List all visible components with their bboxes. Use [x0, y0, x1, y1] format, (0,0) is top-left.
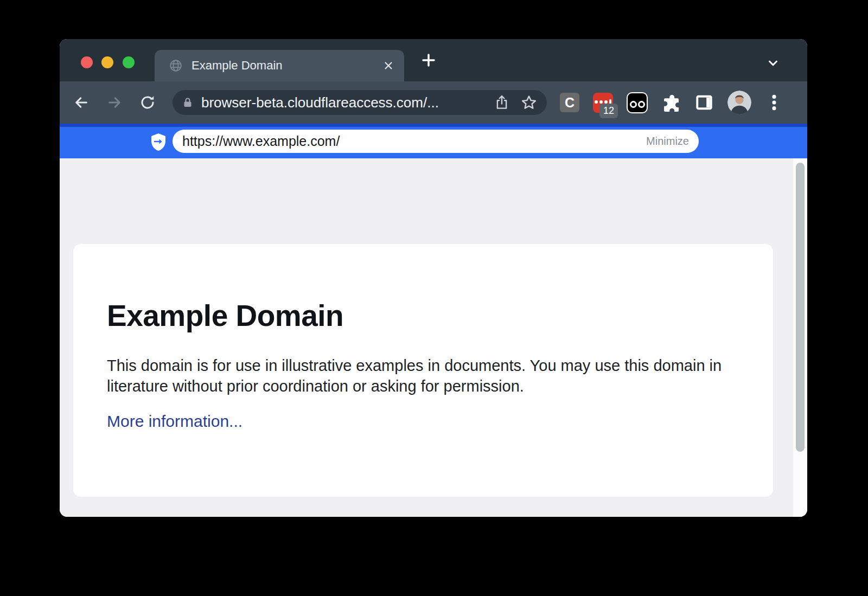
bookmark-star-icon[interactable]	[521, 94, 537, 111]
tab-close-icon[interactable]	[382, 60, 394, 72]
page-viewport: Example Domain This domain is for use in…	[60, 158, 807, 517]
reload-button[interactable]	[136, 91, 159, 114]
side-panel-icon[interactable]	[694, 93, 714, 112]
remote-browser-bar: https://www.example.com/ Minimize	[60, 124, 807, 158]
browser-window: Example Domain	[60, 39, 807, 517]
arrow-left-icon	[73, 94, 90, 111]
goggle-lens	[630, 101, 637, 108]
more-information-link[interactable]: More information...	[107, 412, 242, 431]
macos-minimize-button[interactable]	[101, 56, 113, 68]
plus-icon	[420, 52, 437, 68]
scrollbar-thumb[interactable]	[796, 163, 805, 452]
remote-url-value[interactable]: https://www.example.com/	[182, 133, 646, 149]
extension-c-icon[interactable]: C	[560, 93, 579, 112]
macos-zoom-button[interactable]	[123, 56, 135, 68]
extensions-area: C 12	[560, 91, 783, 114]
minimize-button[interactable]: Minimize	[646, 135, 689, 148]
remote-url-input[interactable]: https://www.example.com/ Minimize	[173, 130, 699, 153]
address-bar-url[interactable]: browser-beta.cloudflareaccess.com/...	[201, 94, 494, 111]
tab-title: Example Domain	[192, 59, 382, 73]
shield-arrow-icon	[150, 133, 167, 150]
chevron-down-icon	[766, 56, 780, 70]
browser-menu-button[interactable]	[765, 93, 783, 112]
goggle-lens	[638, 101, 645, 108]
browser-toolbar: browser-beta.cloudflareaccess.com/... C	[60, 81, 807, 124]
scrollbar-track[interactable]	[793, 158, 807, 517]
screenshot-stage: Example Domain	[0, 0, 868, 596]
lastpass-extension-icon[interactable]: 12	[593, 93, 613, 113]
lastpass-dot	[595, 100, 598, 104]
page-title: Example Domain	[107, 298, 735, 333]
tab-search-button[interactable]	[763, 53, 783, 73]
content-card: Example Domain This domain is for use in…	[73, 244, 773, 497]
lock-icon[interactable]	[181, 96, 194, 109]
extension-badge: 12	[599, 104, 618, 118]
extension-c-label: C	[565, 95, 575, 111]
page-paragraph: This domain is for use in illustrative e…	[107, 356, 731, 397]
profile-avatar[interactable]	[727, 91, 751, 114]
globe-favicon-icon	[169, 59, 183, 73]
tab-strip: Example Domain	[60, 39, 807, 81]
reload-icon	[139, 94, 156, 111]
kebab-menu-icon	[765, 93, 783, 112]
arrow-right-icon	[106, 94, 123, 111]
forward-button	[103, 91, 126, 114]
new-tab-button[interactable]	[416, 47, 442, 73]
address-bar[interactable]: browser-beta.cloudflareaccess.com/...	[173, 90, 547, 115]
extensions-puzzle-icon[interactable]	[661, 93, 681, 112]
share-icon[interactable]	[494, 94, 510, 111]
macos-close-button[interactable]	[81, 56, 93, 68]
back-button[interactable]	[69, 91, 93, 114]
browser-tab[interactable]: Example Domain	[155, 50, 404, 81]
goggles-extension-icon[interactable]	[627, 92, 648, 113]
